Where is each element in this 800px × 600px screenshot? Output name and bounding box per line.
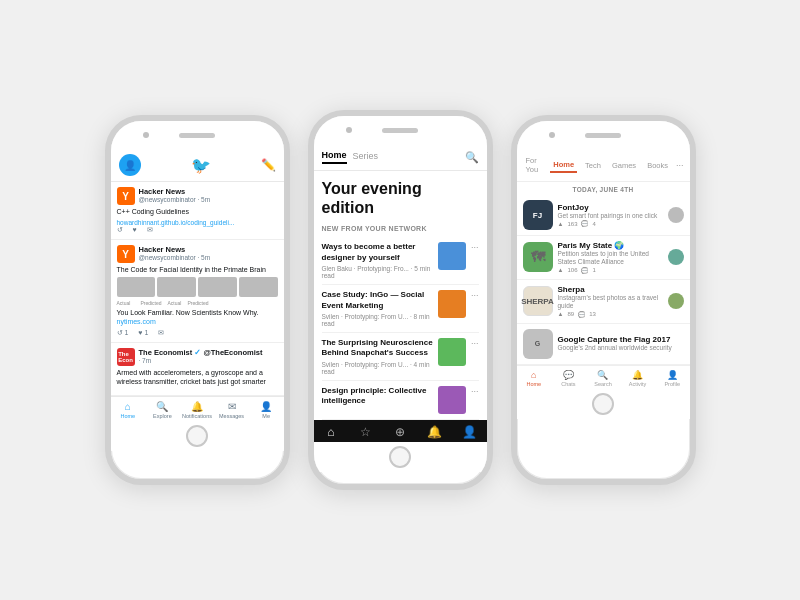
more-options-icon[interactable]: ··· bbox=[676, 160, 684, 170]
search-icon[interactable]: 🔍 bbox=[465, 151, 479, 164]
tweet1-like-icon[interactable]: ♥ bbox=[133, 226, 137, 234]
phone3-home-button[interactable] bbox=[592, 393, 614, 415]
medium-nav-add[interactable]: ⊕ bbox=[383, 425, 418, 439]
medium-header: Home Series 🔍 bbox=[314, 144, 487, 171]
medium-nav-home[interactable]: ⌂ bbox=[314, 425, 349, 439]
article4-more-icon[interactable]: ··· bbox=[471, 386, 479, 396]
phone-producthunt: For You Home Tech Games Books ··· TODAY,… bbox=[511, 115, 696, 485]
tab-ph-home[interactable]: Home bbox=[550, 158, 577, 173]
sherpa-thumbnail: SHERPA bbox=[523, 286, 553, 316]
phone-medium: Home Series 🔍 Your evening edition New f… bbox=[308, 110, 493, 490]
tweet2-images bbox=[117, 277, 278, 297]
tab-books[interactable]: Books bbox=[644, 159, 671, 172]
phone2-top bbox=[314, 116, 487, 144]
ph-search-icon: 🔍 bbox=[597, 370, 608, 380]
tab-home[interactable]: Home bbox=[322, 150, 347, 164]
medium-nav-bookmark[interactable]: ☆ bbox=[348, 425, 383, 439]
tweet2-reply-icon[interactable]: ✉ bbox=[158, 329, 164, 337]
ph-activity-icon: 🔔 bbox=[632, 370, 643, 380]
phone2-camera bbox=[346, 127, 352, 133]
tweet1-reply-icon[interactable]: ✉ bbox=[147, 226, 153, 234]
ph-product-fontjoy[interactable]: FJ FontJoy Get smart font pairings in on… bbox=[517, 195, 690, 236]
paris-desc: Petition states to join the United State… bbox=[558, 250, 663, 267]
fontjoy-comments-icon: 💬 bbox=[581, 220, 588, 227]
medium-nav-bell[interactable]: 🔔 bbox=[417, 425, 452, 439]
paris-comments-icon: 💬 bbox=[581, 267, 588, 274]
paris-votes-icon: ▲ bbox=[558, 267, 564, 273]
ph-product-paris[interactable]: 🗺 Paris My State 🌍 Petition states to jo… bbox=[517, 236, 690, 280]
phone2-home-button[interactable] bbox=[389, 446, 411, 468]
bell-icon: 🔔 bbox=[191, 401, 203, 412]
gcf-desc: Google's 2nd annual worldwide security bbox=[558, 344, 684, 352]
medium-article-1[interactable]: Ways to become a better designer by your… bbox=[322, 237, 479, 285]
ph-bottom-nav: ⌂ Home 💬 Chats 🔍 Search 🔔 Activity 👤 bbox=[517, 365, 690, 389]
tweet2-img2 bbox=[157, 277, 196, 297]
medium-content: Your evening edition New from your netwo… bbox=[314, 171, 487, 420]
medium-article-3[interactable]: The Surprising Neuroscience Behind Snapc… bbox=[322, 333, 479, 381]
tweet2-img1 bbox=[117, 277, 156, 297]
ph-profile-icon: 👤 bbox=[667, 370, 678, 380]
twitter-nav-me[interactable]: 👤 Me bbox=[249, 401, 284, 419]
tweet2-retweet-icon[interactable]: ↺ 1 bbox=[117, 329, 129, 337]
tweet1-source-icon: Y bbox=[117, 187, 135, 205]
twitter-nav-home[interactable]: ⌂ Home bbox=[111, 401, 146, 419]
tweet1-retweet-icon[interactable]: ↺ bbox=[117, 226, 123, 234]
ph-nav-profile-label: Profile bbox=[664, 381, 680, 387]
article3-more-icon[interactable]: ··· bbox=[471, 338, 479, 348]
ph-nav-activity-label: Activity bbox=[629, 381, 646, 387]
twitter-nav-explore[interactable]: 🔍 Explore bbox=[145, 401, 180, 419]
medium-nav-profile[interactable]: 👤 bbox=[452, 425, 487, 439]
sherpa-user-avatar bbox=[668, 293, 684, 309]
ph-product-sherpa[interactable]: SHERPA Sherpa Instagram's best photos as… bbox=[517, 280, 690, 324]
twitter-nav-messages[interactable]: ✉ Messages bbox=[214, 401, 249, 419]
fontjoy-thumbnail: FJ bbox=[523, 200, 553, 230]
phone2-bottom bbox=[314, 442, 487, 472]
twitter-avatar[interactable]: 👤 bbox=[119, 154, 141, 176]
tweet2-name: Hacker News bbox=[139, 245, 278, 254]
article3-meta: Svilen · Prototyping: From U... · 4 min … bbox=[322, 361, 433, 375]
tweet2-like-icon[interactable]: ♥ 1 bbox=[138, 329, 148, 337]
twitter-nav-notifications-label: Notifications bbox=[182, 413, 212, 419]
tweet2-label3: Actual bbox=[168, 300, 182, 306]
ph-product-gcf[interactable]: G Google Capture the Flag 2017 Google's … bbox=[517, 324, 690, 365]
tab-series[interactable]: Series bbox=[353, 151, 379, 163]
ph-nav-home-label: Home bbox=[526, 381, 541, 387]
tweet2-img4 bbox=[239, 277, 278, 297]
article2-meta: Svilen · Prototyping: From U... · 8 min … bbox=[322, 313, 433, 327]
fontjoy-desc: Get smart font pairings in one click bbox=[558, 212, 663, 220]
medium-article-2[interactable]: Case Study: InGo — Social Event Marketin… bbox=[322, 285, 479, 333]
twitter-compose-icon[interactable]: ✏️ bbox=[261, 158, 276, 172]
phone1-home-button[interactable] bbox=[186, 425, 208, 447]
ph-nav-activity[interactable]: 🔔 Activity bbox=[620, 370, 655, 387]
article2-thumbnail bbox=[438, 290, 466, 318]
article2-more-icon[interactable]: ··· bbox=[471, 290, 479, 300]
twitter-nav-me-label: Me bbox=[262, 413, 270, 419]
article1-more-icon[interactable]: ··· bbox=[471, 242, 479, 252]
tweet1-handle: @newsycombinator · 5m bbox=[139, 196, 278, 203]
tweet1-link[interactable]: howardhinnant.github.io/coding_guideli..… bbox=[117, 219, 278, 226]
ph-nav-search[interactable]: 🔍 Search bbox=[586, 370, 621, 387]
tab-games[interactable]: Games bbox=[609, 159, 639, 172]
tweet2-label4: Predicted bbox=[187, 300, 208, 306]
tab-for-you[interactable]: For You bbox=[523, 154, 546, 176]
tweet3-name: The Economist ✓ @TheEconomist bbox=[139, 348, 278, 357]
phone1-camera bbox=[143, 132, 149, 138]
medium-article-4[interactable]: Design principle: Collective intelligenc… bbox=[322, 381, 479, 420]
tweet2-img3 bbox=[198, 277, 237, 297]
phone3-camera bbox=[549, 132, 555, 138]
ph-nav-profile[interactable]: 👤 Profile bbox=[655, 370, 690, 387]
twitter-nav-notifications[interactable]: 🔔 Notifications bbox=[180, 401, 215, 419]
ph-header: For You Home Tech Games Books ··· bbox=[517, 149, 690, 182]
paris-comments-count: 1 bbox=[592, 267, 595, 273]
ph-nav-home[interactable]: ⌂ Home bbox=[517, 370, 552, 387]
ph-home-icon: ⌂ bbox=[531, 370, 536, 380]
medium-bottom-nav: ⌂ ☆ ⊕ 🔔 👤 bbox=[314, 420, 487, 442]
sherpa-name: Sherpa bbox=[558, 285, 663, 294]
paris-thumbnail: 🗺 bbox=[523, 242, 553, 272]
ph-nav-chats[interactable]: 💬 Chats bbox=[551, 370, 586, 387]
tab-tech[interactable]: Tech bbox=[582, 159, 604, 172]
article4-thumbnail bbox=[438, 386, 466, 414]
tweet1-name: Hacker News bbox=[139, 187, 278, 196]
tweet-2: Y Hacker News @newsycombinator · 5m The … bbox=[111, 240, 284, 343]
tweet2-text: The Code for Facial Identity in the Prim… bbox=[117, 265, 278, 274]
